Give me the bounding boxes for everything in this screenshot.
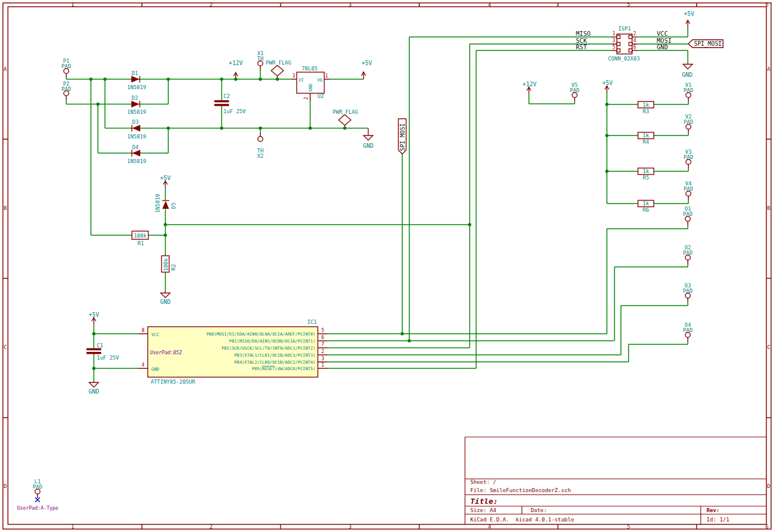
isp1-notch: [617, 35, 620, 39]
d4-body: [133, 150, 141, 156]
junction-dot: [96, 103, 100, 106]
component-pad-v2[interactable]: V2 PAD: [684, 114, 693, 129]
r1-ref: R1: [138, 240, 144, 246]
plus5v-label: +5V: [160, 175, 171, 181]
wire-isp-verticals[interactable]: [402, 37, 476, 368]
power-plus5v-rail[interactable]: +5V: [602, 80, 613, 93]
wire-output-pads[interactable]: [607, 225, 688, 362]
ic1-pin-number: 6: [321, 335, 324, 340]
power-flag-input[interactable]: PWR_FLAG: [266, 60, 291, 80]
component-r3[interactable]: 1k R3: [638, 101, 654, 114]
frame-col-label: 3: [348, 2, 351, 8]
global-label-spi-mosi-right[interactable]: SPI_MOSI: [688, 40, 723, 48]
power-gnd-r2[interactable]: GND: [160, 292, 171, 305]
pwr-flag-icon: [339, 115, 351, 128]
component-ic1-mcu[interactable]: IC1 ATTINY85-20SUR UserPad:852 VCC GND 8…: [142, 319, 325, 385]
plus5v-arrow-icon: [362, 72, 366, 80]
component-pad-v4[interactable]: V4 PAD: [684, 181, 693, 196]
o4-pad-circle: [685, 333, 691, 338]
v3-value: PAD: [684, 154, 693, 160]
c1-plate-top: [87, 348, 101, 351]
component-pad-o2[interactable]: O2 PAD: [683, 245, 692, 260]
component-c1[interactable]: C1 1uF 25V: [87, 343, 120, 361]
isp1-notch: [629, 42, 633, 46]
component-pad-o3[interactable]: O3 PAD: [683, 283, 692, 298]
title-block-file: File: SmileFunctionDecoderZ.sch: [470, 487, 571, 493]
plus5v-arrow-icon: [686, 21, 690, 28]
ic1-userpad-field: UserPad:852: [150, 350, 182, 355]
v1-value: PAD: [684, 87, 693, 93]
junction-dot: [92, 332, 96, 336]
component-d4[interactable]: D4 1N5819: [127, 144, 147, 165]
component-pad-o4[interactable]: O4 PAD: [683, 322, 692, 337]
global-label-spi-mosi-vertical[interactable]: SPI_MOSI: [398, 119, 406, 154]
wire-v5-net[interactable]: [529, 94, 575, 104]
net-label-vcc[interactable]: VCC: [657, 30, 668, 37]
v5-pad-circle: [572, 93, 578, 98]
power-plus12v-v5[interactable]: +12V: [522, 81, 537, 94]
junction-dot: [89, 77, 93, 81]
component-pad-v1[interactable]: V1 PAD: [684, 82, 693, 97]
component-r1[interactable]: 100k R1: [132, 231, 148, 246]
component-pad-x2[interactable]: TH X2: [257, 137, 264, 159]
d1-ref: D1: [132, 70, 138, 76]
power-gnd-isp[interactable]: GND: [682, 63, 692, 78]
frame-col-label: 5: [627, 524, 630, 530]
component-d1[interactable]: D1 1N5819: [127, 70, 147, 91]
plus5v-label: +5V: [684, 11, 694, 17]
pwr-flag-label: PWR_FLAG: [332, 109, 358, 115]
wire-isp-rows[interactable]: [409, 27, 688, 63]
d2-body: [131, 101, 140, 107]
component-pad-v3[interactable]: V3 PAD: [684, 149, 693, 164]
isp1-pin-number: 4: [633, 38, 636, 43]
net-label-miso[interactable]: MISO: [576, 30, 590, 37]
net-label-rst[interactable]: RST: [576, 43, 588, 50]
v4-pad-circle: [686, 191, 691, 196]
component-pad-o1[interactable]: O1 PAD: [683, 206, 692, 221]
component-r5[interactable]: 1k R5: [638, 168, 654, 181]
d3-value: 1N5819: [127, 134, 147, 140]
component-d2[interactable]: D2 1N5819: [127, 95, 147, 115]
frame-outer-border: [3, 3, 771, 529]
component-pad-v5[interactable]: V5 PAD: [570, 82, 579, 97]
junction-dot: [343, 127, 347, 130]
isp1-ref: ISP1: [618, 26, 631, 32]
component-pad-p1[interactable]: P1 PAD: [62, 58, 71, 73]
wire-dcc-signal-net[interactable]: [165, 188, 470, 292]
power-plus5v-isp[interactable]: +5V: [684, 11, 694, 27]
component-c2[interactable]: C2 1uF 25V: [215, 93, 246, 114]
power-plus5v-regulator-out[interactable]: +5V: [361, 60, 372, 79]
frame-row-label: A: [4, 66, 7, 72]
junction-dot: [103, 77, 107, 81]
r6-value: 1k: [643, 201, 649, 206]
r4-value: 1k: [643, 133, 649, 138]
d2-ref: D2: [132, 95, 138, 101]
component-r2[interactable]: 100k R2: [162, 256, 177, 272]
plus5v-label: +5V: [602, 80, 613, 86]
component-r4[interactable]: 1k R4: [638, 133, 654, 145]
component-pad-p2[interactable]: P2 PAD: [62, 81, 71, 96]
schematic-canvas[interactable]: 1 2 3 4 5 6 1 2 3 4 5 6 A B C D A B C D …: [0, 0, 774, 532]
plus5v-label: +5V: [89, 311, 99, 318]
power-plus5v-d5[interactable]: +5V: [160, 175, 171, 188]
isp1-notch: [629, 35, 633, 39]
p1-value: PAD: [62, 63, 71, 69]
o2-value: PAD: [683, 250, 692, 256]
power-gnd-c1[interactable]: GND: [89, 381, 99, 395]
net-label-gnd[interactable]: GND: [657, 43, 668, 50]
gnd-label: GND: [89, 388, 99, 395]
power-gnd-rectifier[interactable]: GND: [363, 128, 374, 150]
component-pad-x1[interactable]: X1 TH: [257, 50, 264, 66]
r3-value: 1k: [643, 102, 649, 108]
wire-mcu-pin-rows[interactable]: [327, 334, 629, 368]
title-block-generator: KiCad E.D.A. kicad 4.0.1-stable: [470, 516, 574, 523]
power-plus5v-c1[interactable]: +5V: [89, 311, 99, 325]
title-block-date: Date:: [531, 507, 547, 513]
component-r6[interactable]: 1k R6: [638, 201, 654, 214]
power-flag-gnd[interactable]: PWR_FLAG: [332, 109, 358, 128]
frame-row-label: D: [4, 483, 6, 489]
power-plus12v-rectifier[interactable]: +12V: [229, 60, 243, 79]
u2-pin-vo-label: VO: [317, 77, 323, 83]
component-pin-stubs: [38, 37, 688, 498]
component-d3[interactable]: D3 1N5819: [127, 119, 147, 140]
